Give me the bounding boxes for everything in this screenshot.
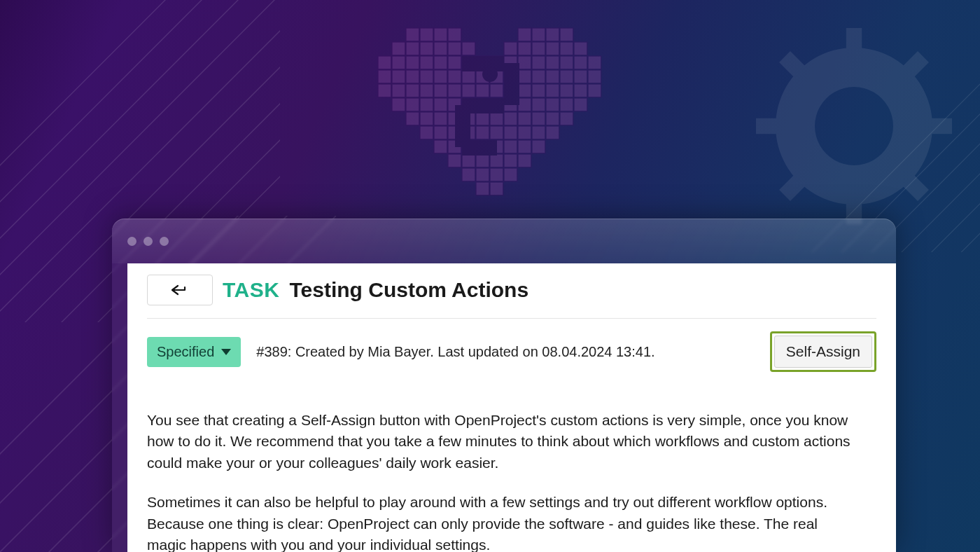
svg-rect-43 bbox=[588, 56, 601, 69]
svg-rect-62 bbox=[406, 84, 419, 97]
svg-rect-69 bbox=[504, 84, 517, 97]
self-assign-highlight: Self-Assign bbox=[770, 331, 876, 372]
svg-rect-87 bbox=[546, 98, 559, 111]
svg-rect-134 bbox=[462, 98, 504, 113]
work-package-description: You see that creating a Self-Assign butt… bbox=[147, 410, 876, 552]
gear-icon bbox=[756, 28, 952, 224]
window-zoom-dot[interactable] bbox=[160, 237, 169, 246]
svg-rect-135 bbox=[455, 105, 470, 147]
work-package-meta-row: Specified #389: Created by Mia Bayer. La… bbox=[147, 331, 876, 372]
svg-rect-118 bbox=[518, 140, 531, 153]
svg-rect-58 bbox=[574, 70, 587, 83]
app-window: TASK Testing Custom Actions Specified #3… bbox=[112, 219, 896, 552]
work-package-view: TASK Testing Custom Actions Specified #3… bbox=[127, 263, 896, 552]
svg-rect-29 bbox=[392, 56, 405, 69]
svg-rect-7 bbox=[898, 170, 929, 201]
svg-rect-96 bbox=[490, 112, 503, 125]
svg-rect-45 bbox=[392, 70, 405, 83]
svg-rect-101 bbox=[560, 112, 573, 125]
svg-rect-98 bbox=[518, 112, 531, 125]
work-package-header: TASK Testing Custom Actions bbox=[147, 275, 876, 318]
svg-rect-117 bbox=[504, 140, 517, 153]
svg-rect-103 bbox=[434, 126, 447, 139]
svg-rect-107 bbox=[490, 126, 503, 139]
svg-rect-133 bbox=[504, 63, 519, 105]
svg-rect-124 bbox=[504, 154, 517, 167]
svg-rect-72 bbox=[546, 84, 559, 97]
window-titlebar bbox=[112, 219, 896, 263]
svg-rect-100 bbox=[546, 112, 559, 125]
back-button[interactable] bbox=[147, 275, 213, 305]
svg-rect-121 bbox=[462, 154, 475, 167]
svg-rect-38 bbox=[518, 56, 531, 69]
work-package-type: TASK bbox=[223, 278, 279, 302]
svg-rect-102 bbox=[420, 126, 433, 139]
svg-rect-34 bbox=[462, 56, 475, 69]
svg-rect-128 bbox=[490, 168, 503, 181]
svg-rect-39 bbox=[532, 56, 545, 69]
svg-rect-132 bbox=[462, 56, 504, 71]
svg-rect-48 bbox=[434, 70, 447, 83]
svg-rect-51 bbox=[476, 70, 489, 83]
svg-rect-12 bbox=[518, 28, 531, 41]
svg-rect-20 bbox=[448, 42, 461, 55]
svg-rect-120 bbox=[448, 154, 461, 167]
status-dropdown[interactable]: Specified bbox=[147, 337, 241, 367]
svg-rect-78 bbox=[420, 98, 433, 111]
svg-rect-19 bbox=[434, 42, 447, 55]
svg-rect-109 bbox=[518, 126, 531, 139]
svg-rect-23 bbox=[518, 42, 531, 55]
svg-rect-16 bbox=[392, 42, 405, 55]
svg-point-137 bbox=[482, 67, 498, 82]
svg-rect-130 bbox=[476, 182, 489, 195]
svg-rect-129 bbox=[504, 168, 517, 181]
svg-rect-13 bbox=[532, 28, 545, 41]
svg-rect-116 bbox=[490, 140, 503, 153]
svg-rect-90 bbox=[406, 112, 419, 125]
svg-rect-42 bbox=[574, 56, 587, 69]
svg-rect-27 bbox=[574, 42, 587, 55]
work-package-title[interactable]: Testing Custom Actions bbox=[289, 278, 528, 302]
svg-rect-66 bbox=[462, 84, 475, 97]
svg-rect-68 bbox=[490, 84, 503, 97]
description-paragraph-1: You see that creating a Self-Assign butt… bbox=[147, 410, 854, 474]
svg-rect-35 bbox=[476, 56, 489, 69]
svg-rect-91 bbox=[420, 112, 433, 125]
window-close-dot[interactable] bbox=[127, 237, 136, 246]
svg-rect-108 bbox=[504, 126, 517, 139]
svg-rect-15 bbox=[560, 28, 573, 41]
svg-rect-25 bbox=[546, 42, 559, 55]
svg-rect-113 bbox=[448, 140, 461, 153]
back-arrow-icon bbox=[171, 284, 189, 296]
svg-rect-125 bbox=[518, 154, 531, 167]
svg-rect-94 bbox=[462, 112, 475, 125]
svg-rect-17 bbox=[406, 42, 419, 55]
svg-rect-46 bbox=[406, 70, 419, 83]
svg-rect-105 bbox=[462, 126, 475, 139]
window-minimize-dot[interactable] bbox=[144, 237, 153, 246]
svg-rect-60 bbox=[378, 84, 391, 97]
chevron-down-icon bbox=[221, 349, 231, 355]
svg-rect-84 bbox=[504, 98, 517, 111]
svg-rect-76 bbox=[392, 98, 405, 111]
openproject-heart-logo bbox=[336, 14, 644, 224]
svg-rect-70 bbox=[518, 84, 531, 97]
self-assign-button[interactable]: Self-Assign bbox=[774, 336, 872, 368]
svg-rect-67 bbox=[476, 84, 489, 97]
header-divider bbox=[147, 318, 876, 319]
svg-rect-49 bbox=[448, 70, 461, 83]
svg-rect-5 bbox=[779, 170, 810, 201]
svg-rect-61 bbox=[392, 84, 405, 97]
description-paragraph-2: Sometimes it can also be helpful to play… bbox=[147, 492, 854, 552]
svg-rect-11 bbox=[448, 28, 461, 41]
svg-rect-111 bbox=[546, 126, 559, 139]
svg-rect-79 bbox=[434, 98, 447, 111]
svg-rect-99 bbox=[532, 112, 545, 125]
svg-rect-3 bbox=[925, 118, 952, 134]
svg-rect-85 bbox=[518, 98, 531, 111]
svg-rect-93 bbox=[448, 112, 461, 125]
svg-rect-122 bbox=[476, 154, 489, 167]
svg-rect-40 bbox=[546, 56, 559, 69]
svg-rect-75 bbox=[588, 84, 601, 97]
svg-rect-123 bbox=[490, 154, 503, 167]
